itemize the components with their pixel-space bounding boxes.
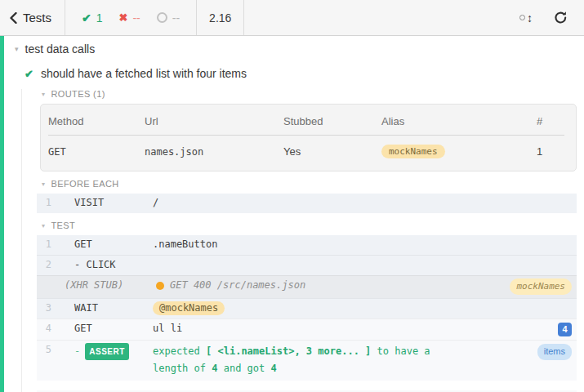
chevron-down-icon: ▾ <box>15 45 19 53</box>
command-method: GET <box>74 322 153 336</box>
command-message: expected [ <li.nameList>, 3 more... ] to… <box>153 343 453 377</box>
test-section-header[interactable]: ▾ TEST <box>42 220 577 230</box>
message-part: [ <li.nameList>, 3 more... ] <box>206 345 371 357</box>
command-message: @mockNames <box>153 301 572 315</box>
chevron-left-icon <box>10 12 17 24</box>
items-pill-badge: items <box>537 344 572 360</box>
command-row[interactable]: 1VISIT/ <box>37 194 577 213</box>
test-commands: 1GET.nameButton2- CLICK(XHR STUB)GET 400… <box>37 235 577 392</box>
assert-badge: ASSERT <box>85 343 129 360</box>
xhr-event-label: (XHR STUB) <box>37 278 156 292</box>
pending-count: -- <box>172 11 180 24</box>
command-number: 1 <box>37 196 51 210</box>
stat-pending: -- <box>157 11 180 24</box>
message-part: .nameButton <box>153 238 217 250</box>
message-part: expected <box>153 345 206 357</box>
chevron-down-icon: ▾ <box>42 222 45 229</box>
auto-scroll-toggle[interactable]: ↕ <box>519 11 533 24</box>
route-count-cell: 1 <box>537 136 564 161</box>
col-header-url: Url <box>145 114 283 136</box>
routes-table-body: GETnames.jsonYesmockNames1 <box>48 136 564 161</box>
command-method: -ASSERT <box>74 343 153 360</box>
before-each-section-label: BEFORE EACH <box>51 179 118 189</box>
routes-section-header[interactable]: ▾ ROUTES (1) <box>42 89 577 99</box>
command-number: 3 <box>37 301 51 315</box>
header-controls: ↕ <box>519 0 584 35</box>
command-number: 4 <box>37 322 51 336</box>
test-header[interactable]: ✔ should have a fetched list with four i… <box>0 56 584 80</box>
message-part: GET 400 /src/names.json <box>170 279 305 291</box>
xhr-dot-icon <box>156 282 164 290</box>
col-header-method: Method <box>48 114 145 136</box>
route-stubbed-cell: Yes <box>283 136 381 161</box>
route-url-cell: names.json <box>145 136 283 161</box>
back-to-tests-button[interactable]: Tests <box>0 0 65 35</box>
message-part: @mockNames <box>153 301 225 315</box>
up-down-arrow-icon: ↕ <box>527 11 533 24</box>
col-header-stubbed: Stubbed <box>283 114 381 136</box>
failed-count: -- <box>132 11 140 24</box>
command-row[interactable]: 1GET.nameButton <box>37 235 577 255</box>
x-icon: ✖ <box>119 11 128 24</box>
scroll-dot-icon <box>519 15 525 20</box>
command-method: - CLICK <box>74 258 153 272</box>
message-part: and got <box>217 363 270 374</box>
message-part: / <box>153 197 158 208</box>
message-part: ul li <box>153 323 182 334</box>
command-message: ul li <box>153 322 558 336</box>
routes-table: Method Url Stubbed Alias # GETnames.json… <box>48 114 564 160</box>
element-count-badge: 4 <box>558 323 572 336</box>
command-message: .nameButton <box>153 238 572 252</box>
command-row[interactable]: 3WAIT@mockNames <box>37 298 577 318</box>
test-title-label: should have a fetched list with four ite… <box>41 67 247 80</box>
check-icon: ✔ <box>25 68 33 80</box>
test-section-label: TEST <box>51 220 75 230</box>
route-table-row: GETnames.jsonYesmockNames1 <box>48 136 564 161</box>
routes-panel: Method Url Stubbed Alias # GETnames.json… <box>40 104 577 172</box>
command-message: / <box>153 196 572 210</box>
route-alias-cell: mockNames <box>381 136 537 161</box>
command-method: WAIT <box>74 301 153 315</box>
stat-failed: ✖ -- <box>119 11 140 24</box>
col-header-count: # <box>537 114 564 136</box>
refresh-icon <box>554 11 568 24</box>
check-icon: ✔ <box>82 11 91 24</box>
assert-dash: - <box>74 345 80 357</box>
command-row[interactable]: 2- CLICK <box>37 255 577 275</box>
chevron-down-icon: ▾ <box>42 91 45 98</box>
before-each-section-header[interactable]: ▾ BEFORE EACH <box>42 179 577 189</box>
command-row[interactable]: (XHR STUB)GET 400 /src/names.jsonmockNam… <box>37 275 577 298</box>
reporter-header: Tests ✔ 1 ✖ -- -- 2.16 ↕ <box>0 0 584 36</box>
command-number: 1 <box>37 238 51 252</box>
suite-title-label: test data calls <box>25 42 96 56</box>
message-part: 4 <box>271 363 277 374</box>
command-message: GET 400 /src/names.json <box>170 278 510 292</box>
back-label: Tests <box>23 11 51 24</box>
command-row[interactable]: 4GETul li4 <box>37 318 577 340</box>
chevron-down-icon: ▾ <box>42 180 45 188</box>
before-each-commands: 1VISIT/ <box>37 194 577 213</box>
route-method-cell: GET <box>48 136 145 161</box>
duration-value: 2.16 <box>197 0 244 35</box>
routes-section-label: ROUTES (1) <box>51 89 105 99</box>
test-content: ▾ ROUTES (1) Method Url Stubbed Alias # … <box>21 89 584 392</box>
refresh-button[interactable] <box>554 11 568 24</box>
col-header-alias: Alias <box>381 114 537 136</box>
route-alias-badge: mockNames <box>381 145 445 158</box>
pending-circle-icon <box>157 12 167 23</box>
suite-header[interactable]: ▾ test data calls <box>0 36 584 56</box>
command-number: 5 <box>37 343 51 357</box>
command-method: VISIT <box>74 196 153 210</box>
command-number: 2 <box>37 258 51 272</box>
passed-count: 1 <box>96 11 103 24</box>
stat-passed: ✔ 1 <box>82 11 103 24</box>
xhr-alias-badge: mockNames <box>510 278 572 295</box>
command-method: GET <box>74 238 153 252</box>
pass-indicator-bar <box>0 36 4 392</box>
command-row[interactable]: 5-ASSERTexpected [ <li.nameList>, 3 more… <box>37 340 577 381</box>
test-stats: ✔ 1 ✖ -- -- <box>65 0 197 35</box>
